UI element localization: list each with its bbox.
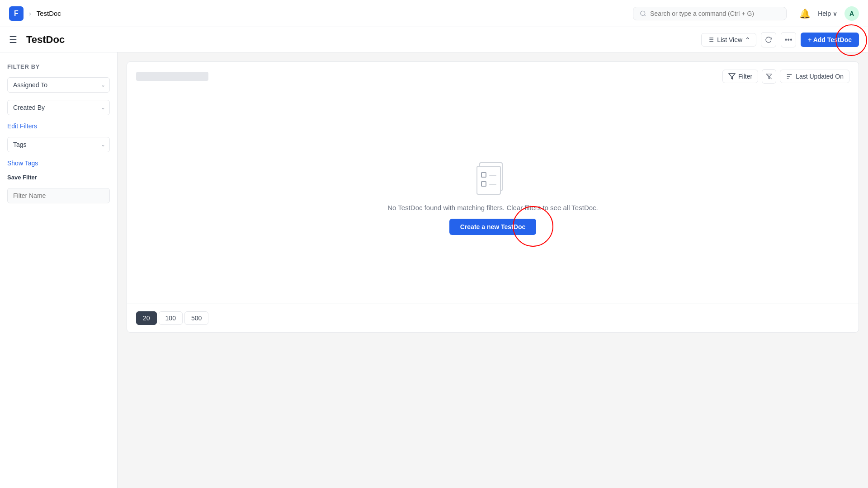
main-layout: Filter By Assigned To ⌄ Created By ⌄ Edi… bbox=[0, 52, 868, 488]
user-avatar[interactable]: A bbox=[844, 6, 859, 21]
assigned-to-select[interactable]: Assigned To bbox=[7, 77, 110, 93]
sub-nav-actions: List View ⌃ ••• + Add TestDoc bbox=[701, 32, 859, 47]
sort-icon bbox=[786, 73, 793, 80]
help-label: Help bbox=[818, 10, 831, 17]
created-by-select[interactable]: Created By bbox=[7, 100, 110, 115]
content-area: Filter Last Updated On bbox=[118, 52, 868, 488]
nav-actions: 🔔 Help ∨ A bbox=[799, 6, 859, 21]
content-header-actions: Filter Last Updated On bbox=[722, 69, 849, 84]
help-chevron-icon: ∨ bbox=[833, 10, 837, 17]
clear-filter-button[interactable] bbox=[762, 69, 776, 84]
create-testdoc-button[interactable]: Create a new TestDoc bbox=[449, 219, 536, 235]
menu-toggle-icon[interactable]: ☰ bbox=[9, 34, 17, 45]
page-size-500-button[interactable]: 500 bbox=[184, 311, 208, 325]
filter-label: Filter bbox=[738, 73, 752, 80]
notification-bell-icon[interactable]: 🔔 bbox=[799, 8, 811, 19]
doc-front-icon bbox=[476, 166, 501, 195]
content-card: Filter Last Updated On bbox=[127, 61, 859, 333]
page-size-100-button[interactable]: 100 bbox=[159, 311, 183, 325]
list-view-icon bbox=[707, 36, 714, 43]
search-bar[interactable] bbox=[633, 7, 787, 20]
more-icon: ••• bbox=[785, 36, 793, 44]
sort-label: Last Updated On bbox=[796, 73, 844, 80]
list-view-button[interactable]: List View ⌃ bbox=[701, 33, 756, 47]
sidebar: Filter By Assigned To ⌄ Created By ⌄ Edi… bbox=[0, 52, 118, 488]
search-icon bbox=[640, 10, 646, 17]
pagination: 20 100 500 bbox=[127, 304, 859, 332]
created-by-select-wrapper: Created By ⌄ bbox=[7, 100, 110, 115]
page-size-20-button[interactable]: 20 bbox=[136, 311, 157, 325]
empty-state-text: No TestDoc found with matching filters. … bbox=[387, 204, 598, 211]
skeleton-bar bbox=[136, 72, 208, 81]
doc-line-icon bbox=[489, 175, 496, 176]
save-filter-label: Save Filter bbox=[7, 174, 110, 181]
doc-checkbox-icon bbox=[481, 172, 486, 178]
content-header: Filter Last Updated On bbox=[127, 62, 859, 91]
help-button[interactable]: Help ∨ bbox=[818, 10, 837, 17]
list-view-chevron-icon: ⌃ bbox=[745, 36, 750, 43]
refresh-icon bbox=[765, 36, 772, 43]
refresh-button[interactable] bbox=[761, 32, 776, 47]
edit-filters-link[interactable]: Edit Filters bbox=[7, 122, 110, 130]
sub-nav: ☰ TestDoc List View ⌃ ••• + Add TestDoc bbox=[0, 27, 868, 52]
tags-select-wrapper: Tags ⌄ bbox=[7, 137, 110, 152]
svg-point-0 bbox=[641, 11, 645, 15]
breadcrumb-title: TestDoc bbox=[37, 9, 61, 17]
page-title: TestDoc bbox=[26, 34, 65, 46]
filter-icon bbox=[728, 73, 736, 80]
assigned-to-select-wrapper: Assigned To ⌄ bbox=[7, 77, 110, 93]
empty-state: No TestDoc found with matching filters. … bbox=[127, 91, 859, 304]
doc-line-icon-2 bbox=[489, 184, 496, 185]
add-testdoc-button[interactable]: + Add TestDoc bbox=[801, 33, 859, 47]
doc-checkbox-icon-2 bbox=[481, 181, 486, 187]
app-logo[interactable]: F bbox=[9, 6, 24, 21]
search-input[interactable] bbox=[650, 10, 780, 17]
list-view-label: List View bbox=[717, 36, 742, 43]
top-nav: F › TestDoc 🔔 Help ∨ A bbox=[0, 0, 868, 27]
clear-filter-icon bbox=[766, 73, 772, 80]
tags-select[interactable]: Tags bbox=[7, 137, 110, 152]
sort-button[interactable]: Last Updated On bbox=[780, 70, 849, 83]
filter-button[interactable]: Filter bbox=[722, 70, 758, 83]
filter-by-label: Filter By bbox=[7, 63, 110, 70]
breadcrumb-chevron: › bbox=[29, 10, 31, 17]
show-tags-link[interactable]: Show Tags bbox=[7, 160, 110, 167]
svg-marker-7 bbox=[729, 74, 735, 79]
more-options-button[interactable]: ••• bbox=[781, 32, 796, 47]
empty-state-icon bbox=[475, 160, 511, 197]
create-button-label: Create a new TestDoc bbox=[460, 223, 525, 230]
add-button-label: + Add TestDoc bbox=[808, 36, 852, 43]
filter-name-input[interactable] bbox=[7, 188, 110, 203]
